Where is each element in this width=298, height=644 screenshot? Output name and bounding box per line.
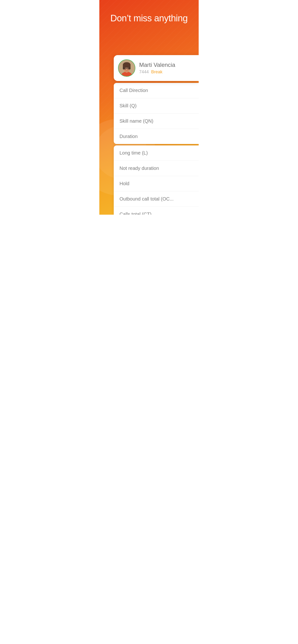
headline: Don’t miss anything	[99, 13, 199, 24]
list-item-not-ready-duration[interactable]: Not ready duration	[114, 161, 199, 176]
lower-list: Long time (L)Not ready durationHoldOutbo…	[114, 146, 199, 215]
app-container: Don’t miss anything	[99, 0, 199, 215]
svg-point-10	[124, 68, 125, 69]
list-item-outbound-call-total[interactable]: Outbound call total (OC...	[114, 192, 199, 207]
svg-point-11	[128, 68, 129, 69]
list-item-hold[interactable]: Hold	[114, 176, 199, 192]
profile-card: Marti Valencia 7444 Break	[114, 55, 199, 81]
upper-list: Call DirectionSkill (Q)Skill name (QN)Du…	[114, 83, 199, 144]
list-item-duration[interactable]: Duration	[114, 129, 199, 144]
status-badge: Break	[151, 70, 163, 74]
card-area: Marti Valencia 7444 Break Call Direction…	[114, 55, 199, 215]
avatar-wrapper	[118, 60, 135, 77]
list-item-skill-q[interactable]: Skill (Q)	[114, 98, 199, 114]
profile-name: Marti Valencia	[139, 62, 194, 68]
list-item-skill-name-qn[interactable]: Skill name (QN)	[114, 114, 199, 129]
profile-info: Marti Valencia 7444 Break	[139, 62, 194, 74]
avatar	[118, 60, 135, 76]
list-item-call-direction[interactable]: Call Direction	[114, 83, 199, 98]
list-item-calls-total[interactable]: Calls total (CT)	[114, 207, 199, 215]
profile-sub: 7444 Break	[139, 70, 194, 74]
profile-id: 7444	[139, 70, 149, 74]
list-item-long-time[interactable]: Long time (L)	[114, 146, 199, 161]
